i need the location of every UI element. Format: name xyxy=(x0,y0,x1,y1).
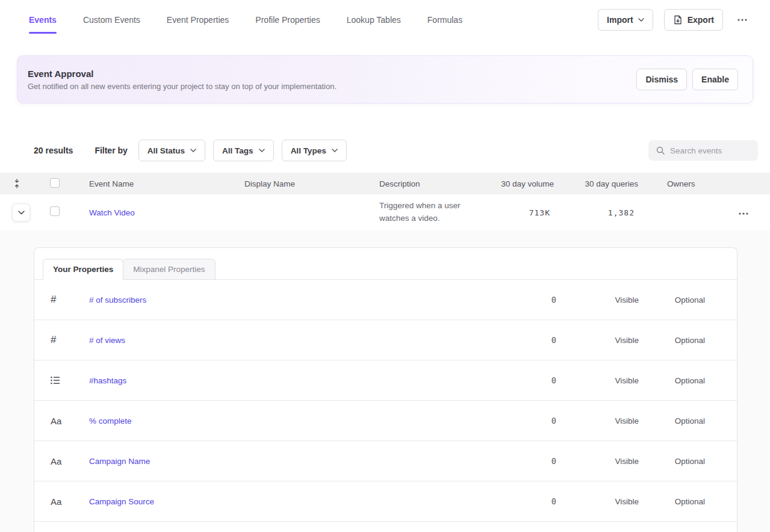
property-requirement: Optional xyxy=(639,457,705,466)
search-input[interactable] xyxy=(670,146,751,155)
text-icon: Aa xyxy=(51,496,89,507)
column-header-owners: Owners xyxy=(638,179,716,188)
property-requirement: Optional xyxy=(639,336,705,345)
event-approval-banner: Event Approval Get notified on all new e… xyxy=(17,55,753,104)
property-volume: 0 xyxy=(500,335,560,345)
import-button-label: Import xyxy=(607,15,633,25)
more-options-button[interactable] xyxy=(734,15,751,25)
property-volume: 0 xyxy=(500,376,560,385)
tab-lookup-tables[interactable]: Lookup Tables xyxy=(347,15,401,25)
tab-your-properties[interactable]: Your Properties xyxy=(43,259,123,280)
property-volume: 0 xyxy=(500,295,560,305)
event-name-link[interactable]: Watch Video xyxy=(89,208,135,217)
column-header-description: Description xyxy=(379,179,494,188)
event-description: Triggered when a user watches a video. xyxy=(379,200,494,225)
search-box[interactable] xyxy=(648,140,758,161)
status-filter-dropdown[interactable]: All Status xyxy=(138,140,205,161)
property-row: Aa % complete 0 Visible Optional xyxy=(34,401,737,441)
collapse-all-button[interactable] xyxy=(12,178,22,190)
properties-panel: Your Properties Mixpanel Properties # # … xyxy=(34,247,737,532)
tab-event-properties[interactable]: Event Properties xyxy=(167,15,229,25)
tab-mixpanel-properties[interactable]: Mixpanel Properties xyxy=(123,259,215,280)
banner-title: Event Approval xyxy=(28,69,337,79)
property-name-link[interactable]: Campaign Source xyxy=(89,497,500,506)
ellipsis-icon xyxy=(737,19,747,21)
dismiss-button[interactable]: Dismiss xyxy=(636,69,687,90)
filter-bar: 20 results Filter by All Status All Tags… xyxy=(0,140,770,161)
tab-profile-properties[interactable]: Profile Properties xyxy=(255,15,320,25)
export-file-icon xyxy=(673,15,683,25)
chevron-down-icon xyxy=(332,149,338,152)
property-visibility: Visible xyxy=(560,457,639,466)
property-row: # # of views 0 Visible Optional xyxy=(34,320,737,360)
tab-custom-events[interactable]: Custom Events xyxy=(83,15,140,25)
banner-text: Event Approval Get notified on all new e… xyxy=(28,69,337,91)
import-button[interactable]: Import xyxy=(598,9,653,31)
property-name-link[interactable]: #hashtags xyxy=(89,376,500,385)
property-requirement: Optional xyxy=(639,497,705,506)
table-header-row: Event Name Display Name Description 30 d… xyxy=(0,173,770,194)
types-filter-dropdown[interactable]: All Types xyxy=(282,140,347,161)
property-visibility: Visible xyxy=(560,497,639,506)
column-header-display-name: Display Name xyxy=(244,179,379,188)
property-row: # # of subscribers 0 Visible Optional xyxy=(34,280,737,320)
property-name-link[interactable]: % complete xyxy=(89,416,500,425)
results-count: 20 results xyxy=(34,146,73,155)
tab-formulas[interactable]: Formulas xyxy=(427,15,462,25)
list-icon xyxy=(51,376,89,385)
property-volume: 0 xyxy=(500,416,560,425)
row-checkbox[interactable] xyxy=(50,206,60,216)
chevron-down-icon xyxy=(190,149,196,152)
top-nav: Events Custom Events Event Properties Pr… xyxy=(0,0,770,40)
tags-filter-label: All Tags xyxy=(222,146,253,155)
enable-button[interactable]: Enable xyxy=(692,69,738,90)
tab-events[interactable]: Events xyxy=(29,15,57,25)
property-name-link[interactable]: # of views xyxy=(89,336,500,345)
events-table: Event Name Display Name Description 30 d… xyxy=(0,173,770,230)
property-requirement: Optional xyxy=(639,376,705,385)
column-header-queries: 30 day queries xyxy=(554,179,638,188)
text-icon: Aa xyxy=(51,416,89,426)
property-visibility: Visible xyxy=(560,336,639,345)
collapse-row-button[interactable] xyxy=(12,203,30,221)
property-visibility: Visible xyxy=(560,295,639,305)
property-volume: 0 xyxy=(500,496,560,506)
property-row: Aa Campaign Source 0 Visible Optional xyxy=(34,481,737,522)
ellipsis-icon xyxy=(739,212,748,215)
event-volume: 713K xyxy=(494,208,554,217)
event-queries: 1,382 xyxy=(554,208,638,217)
property-requirement: Optional xyxy=(639,416,705,425)
export-button[interactable]: Export xyxy=(664,9,723,31)
hash-icon: # xyxy=(51,294,89,306)
column-header-volume: 30 day volume xyxy=(494,179,554,188)
nav-tabs: Events Custom Events Event Properties Pr… xyxy=(29,0,462,40)
hash-icon: # xyxy=(51,334,89,346)
chevron-down-icon xyxy=(18,211,25,215)
property-volume: 0 xyxy=(500,456,560,466)
property-requirement: Optional xyxy=(639,295,705,305)
event-row: Watch Video Triggered when a user watche… xyxy=(0,194,770,230)
collapse-all-icon xyxy=(13,179,20,188)
property-visibility: Visible xyxy=(560,376,639,385)
properties-panel-tabs: Your Properties Mixpanel Properties xyxy=(34,248,737,280)
filter-by-label: Filter by xyxy=(95,146,127,155)
nav-actions: Import Export xyxy=(598,9,751,31)
expanded-row-area: Your Properties Mixpanel Properties # # … xyxy=(0,230,770,532)
chevron-down-icon xyxy=(259,149,265,152)
banner-actions: Dismiss Enable xyxy=(636,69,738,90)
property-row: Aa Campaign Name 0 Visible Optional xyxy=(34,441,737,481)
types-filter-label: All Types xyxy=(291,146,326,155)
property-name-link[interactable]: Campaign Name xyxy=(89,457,500,466)
column-header-event-name: Event Name xyxy=(89,179,244,188)
text-icon: Aa xyxy=(51,456,89,466)
status-filter-label: All Status xyxy=(147,146,185,155)
banner-description: Get notified on all new events entering … xyxy=(28,82,337,91)
select-all-checkbox[interactable] xyxy=(50,178,60,188)
chevron-down-icon xyxy=(638,18,644,22)
row-more-button[interactable] xyxy=(735,209,752,218)
export-button-label: Export xyxy=(688,15,714,25)
search-icon xyxy=(656,146,665,155)
tags-filter-dropdown[interactable]: All Tags xyxy=(213,140,274,161)
property-visibility: Visible xyxy=(560,416,639,425)
property-name-link[interactable]: # of subscribers xyxy=(89,295,500,305)
